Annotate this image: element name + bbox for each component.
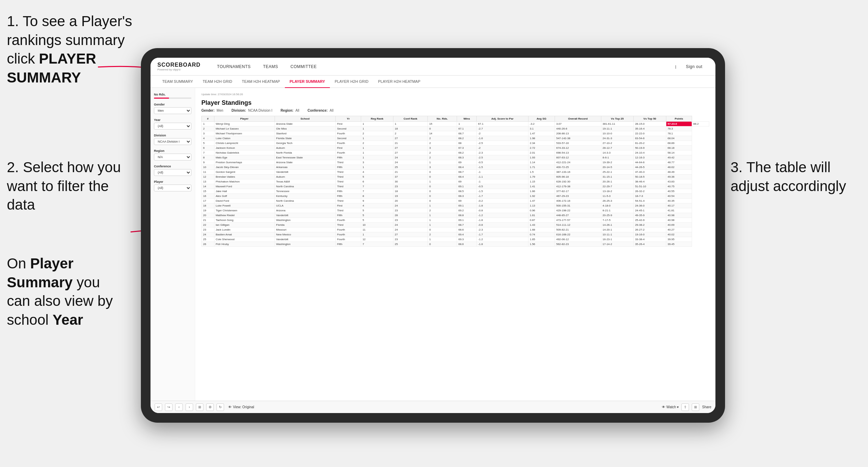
table-cell: 11-5-3 [601,194,634,199]
table-cell: 28-12-7 [601,146,634,151]
table-cell: Third [335,184,361,189]
sub-nav-player-summary[interactable]: PLAYER SUMMARY [285,76,330,88]
table-row[interactable]: 13Phichakon MaichonTexas A&MThird630169-… [202,179,709,184]
toolbar-view[interactable]: 👁 View: Original [228,405,254,409]
sidebar-slider-fill [154,98,169,99]
toolbar-refresh[interactable]: ↻ [216,403,224,411]
nav-teams[interactable]: TEAMS [257,58,285,76]
sidebar-player-select[interactable]: (All) [154,185,191,191]
sidebar-division-select[interactable]: NCAA Division I [154,138,191,145]
table-cell: 3 [361,160,393,165]
table-row[interactable]: 15Jake HallTennesseeFifth718068.5-1.51.6… [202,189,709,194]
table-cell: -0.8 [477,208,528,213]
table-row[interactable]: 16Alex GoffKentuckyFifth819068.3-1.71.92… [202,194,709,199]
sub-nav-team-h2h-heatmap[interactable]: TEAM H2H HEATMAP [237,76,285,88]
toolbar-undo[interactable]: ↩ [155,403,162,411]
table-row[interactable]: 5Christo LamprechtGeorgia TechFourth2212… [202,141,709,146]
table-cell: New Mexico [275,232,335,237]
toolbar-redo[interactable]: ↪ [165,403,173,411]
table-row[interactable]: 20Matthew RiedelVanderbiltFifth528168.8-… [202,213,709,218]
table-cell: 68.5 [457,189,476,194]
table-cell: 26 [202,242,214,247]
table-row[interactable]: 9Preston SummerhaysArizona StateThird324… [202,160,709,165]
table-cell: Jackson Koivun [214,146,275,151]
table-cell: 35-26-4 [634,242,666,247]
table-row[interactable]: 1Wenyi DingArizona StateFirst1115167.1-3… [202,122,709,126]
table-row[interactable]: 10Jacob Sley-DlevanArkansasFifth125368.4… [202,165,709,170]
table-cell: -2 [477,131,528,136]
nav-committee[interactable]: COMMITTEE [284,58,323,76]
sub-nav-team-h2h-grid[interactable]: TEAM H2H GRID [198,76,237,88]
table-row[interactable]: 26Petr HrubyWashingtonFifth725068.6-1.81… [202,242,709,247]
sidebar-year-select[interactable]: (All) [154,123,191,130]
sidebar-region-select[interactable]: N/A [154,154,191,160]
table-row[interactable]: 4Luke ClatonFlorida StateSecond127268.2-… [202,136,709,141]
table-row[interactable]: 22Ian GilliganFloridaThird1024168.7-0.81… [202,223,709,227]
table-cell: 39.95 [666,237,692,242]
table-cell: 40.75 [666,184,692,189]
main-nav: TOURNAMENTS TEAMS COMMITTEE [211,58,676,76]
sub-nav-team-summary[interactable]: TEAM SUMMARY [157,76,198,88]
table-row[interactable]: 6Jackson KoivunAuburnFirst127367.3-22.72… [202,146,709,151]
sign-out-button[interactable]: Sign out [680,58,709,76]
table-cell: Washington [275,218,335,223]
toolbar-back[interactable]: ‹ [175,403,183,411]
note-bold2: Year [53,312,83,328]
table-row[interactable]: 11Gordon SargentVanderbiltThird421068.7-… [202,170,709,175]
table-cell: 1 [361,165,393,170]
toolbar-share-label[interactable]: Share [702,405,711,409]
table-row[interactable]: 24Bastien AmatNew MexicoFourth127269.4-1… [202,232,709,237]
table-row[interactable]: 17David FordNorth CarolinaThird920069-0.… [202,199,709,203]
sub-nav-player-h2h-grid[interactable]: PLAYER H2H GRID [330,76,373,88]
table-cell: 0 [428,199,457,203]
table-cell: 27 [393,151,427,155]
toolbar-copy[interactable]: ⊞ [196,403,203,411]
toolbar-watch[interactable]: 👁 Watch ▾ [662,405,679,409]
table-cell: 78.3 [666,126,692,131]
nav-tournaments[interactable]: TOURNAMENTS [211,58,257,76]
table-row[interactable]: 14Maxwell FordNorth CarolinaThird723069.… [202,184,709,189]
table-row[interactable]: 3Michael ThorbjornsenStanfordFourth22146… [202,131,709,136]
table-cell: 22-29-7 [601,184,634,189]
table-cell: 16-23-1 [601,237,634,242]
toolbar-forward[interactable]: › [186,403,193,411]
table-cell: 2 [428,141,457,146]
table-row[interactable]: 2Michael Le SassexOle MissSecond118067.1… [202,126,709,131]
table-row[interactable]: 23Jack LundinMissouriFourth1124068.6-2.3… [202,227,709,232]
table-cell: 514-111-12 [555,223,601,227]
sub-nav-player-h2h-heatmap[interactable]: PLAYER H2H HEATMAP [373,76,425,88]
col-yr: Yr [335,116,361,122]
instruction-step1-bold: PLAYER SUMMARY [7,51,96,86]
toolbar-grid[interactable]: ⊞ [692,403,699,411]
toolbar-settings[interactable]: ⚙ [206,403,214,411]
table-cell: -1.8 [477,203,528,208]
table-cell: 24 [393,155,427,160]
table-row[interactable]: 21Taehoon SongWashingtonFourth523169.1-1… [202,218,709,223]
table-cell: 24 [393,223,427,227]
table-cell: 27 [393,146,427,151]
player-standings-table: # Player School Yr Reg Rank Conf Rank No… [201,116,709,247]
sidebar-gender-select[interactable]: Men [154,107,191,114]
table-cell: -1.8 [477,218,528,223]
table-header: Update time: 27/03/2024 16:56:26 Player … [201,93,709,112]
toolbar-share-icon[interactable]: ⇧ [681,403,689,411]
sidebar-no-rds-slider[interactable] [154,98,191,99]
table-cell: 1.56 [528,242,555,247]
sidebar-conference-select[interactable]: (All) [154,169,191,176]
table-cell: 68.18 [666,146,692,151]
table-cell: Third [335,179,361,184]
table-row[interactable]: 12Brendan ValdesAuburnThird537068.4-1.11… [202,175,709,179]
table-row[interactable]: 19Tiger ChristensenArizonaThird523269.2-… [202,208,709,213]
table-row[interactable]: 25Cole SherwoodVanderbiltFourth1223169.3… [202,237,709,242]
table-row[interactable]: 8Mats EgeEast Tennessee StateFifth124268… [202,155,709,160]
table-cell: 2 [202,126,214,131]
table-cell: 2 [393,131,427,136]
table-cell: 605-96-18 [555,175,601,179]
table-row[interactable]: 18Luke PowellUCLAFirst424169.1-1.81.1350… [202,203,709,208]
table-cell: 0 [428,189,457,194]
table-cell: 5 [361,175,393,179]
table-cell: 24-45-1 [634,208,666,213]
table-cell: 1 [428,237,457,242]
table-cell: 5 [202,141,214,146]
table-row[interactable]: 7Nicholas GabrielickNorth FloridaFourth1… [202,151,709,155]
